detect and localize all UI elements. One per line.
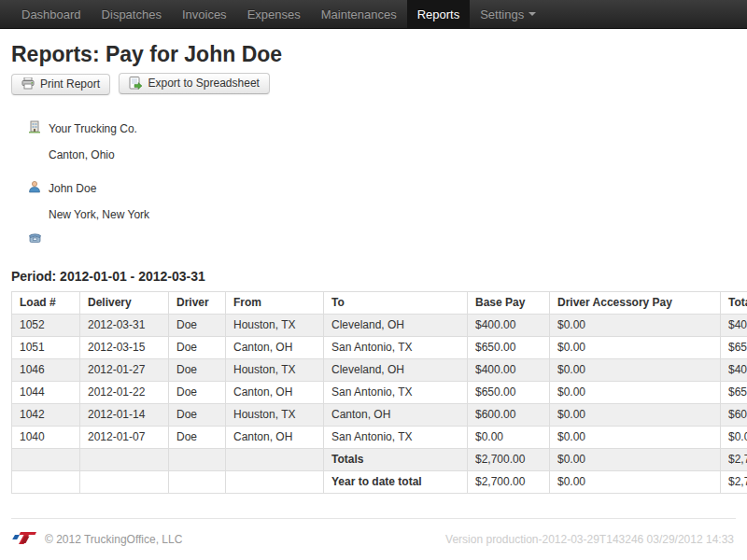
printer-icon xyxy=(21,77,35,90)
table-row: 10442012-01-22DoeCanton, OHSan Antonio, … xyxy=(12,381,747,403)
copyright-text: © 2012 TruckingOffice, LLC xyxy=(45,533,182,546)
main-content: Reports: Pay for John Doe Print Report xyxy=(0,42,747,494)
table-cell: $2,700.00 xyxy=(721,448,747,470)
table-cell: Doe xyxy=(169,358,226,381)
table-cell: $600.00 xyxy=(721,403,747,426)
table-cell: 1044 xyxy=(12,381,80,403)
print-report-label: Print Report xyxy=(40,77,100,91)
table-cell: Doe xyxy=(169,381,226,403)
table-cell xyxy=(169,470,226,493)
table-cell: $400.00 xyxy=(468,314,550,336)
column-header: From xyxy=(226,291,324,314)
nav-item-dispatches[interactable]: Dispatches xyxy=(92,0,172,28)
table-cell: $400.00 xyxy=(468,358,550,381)
nav-item-settings[interactable]: Settings xyxy=(470,0,546,28)
toolbar: Print Report Export to Spreadsheet xyxy=(11,73,747,95)
nav-item-reports[interactable]: Reports xyxy=(407,0,471,28)
nav-item-maintenances[interactable]: Maintenances xyxy=(311,0,407,28)
phone-row xyxy=(11,231,747,248)
table-cell: $0.00 xyxy=(550,426,721,448)
table-cell: $2,700.00 xyxy=(721,470,747,493)
table-cell xyxy=(12,448,80,470)
table-row: 10402012-01-07DoeCanton, OHSan Antonio, … xyxy=(12,426,747,448)
table-cell: Totals xyxy=(324,448,468,470)
summary-row: Year to date total$2,700.00$0.00$2,700.0… xyxy=(12,470,747,493)
table-cell: $600.00 xyxy=(468,403,550,426)
export-spreadsheet-icon xyxy=(129,77,142,90)
table-cell: 2012-01-27 xyxy=(80,358,169,381)
table-cell xyxy=(80,448,169,470)
table-cell: San Antonio, TX xyxy=(324,381,468,403)
table-cell: $650.00 xyxy=(721,336,747,358)
driver-location: New York, New York xyxy=(49,205,149,221)
table-row: 10512012-03-15DoeCanton, OHSan Antonio, … xyxy=(12,336,747,358)
table-cell: San Antonio, TX xyxy=(324,336,468,358)
table-cell: Cleveland, OH xyxy=(324,314,468,336)
table-cell xyxy=(226,470,324,493)
table-row: 10522012-03-31DoeHouston, TXCleveland, O… xyxy=(12,314,747,336)
table-cell: Cleveland, OH xyxy=(324,358,468,381)
company-row: Your Trucking Co. xyxy=(11,119,747,146)
table-cell: $400.00 xyxy=(721,314,747,336)
table-cell: $650.00 xyxy=(468,381,550,403)
chevron-down-icon xyxy=(529,12,536,16)
driver-name: John Doe xyxy=(49,179,96,195)
table-cell: 1042 xyxy=(12,403,80,426)
column-header: Base Pay xyxy=(468,291,550,314)
table-cell: 1046 xyxy=(12,358,80,381)
table-row: 10422012-01-14DoeHouston, TXCanton, OH$6… xyxy=(12,403,747,426)
table-cell: 2012-01-07 xyxy=(80,426,169,448)
building-icon xyxy=(28,119,49,136)
table-cell: $2,700.00 xyxy=(468,470,550,493)
footer: © 2012 TruckingOffice, LLC Version produ… xyxy=(11,518,736,560)
column-header: Driver xyxy=(169,291,226,314)
table-cell: Doe xyxy=(169,314,226,336)
table-cell xyxy=(226,448,324,470)
table-cell: $650.00 xyxy=(468,336,550,358)
table-cell: 2012-01-14 xyxy=(80,403,169,426)
table-cell: Houston, TX xyxy=(226,314,324,336)
user-icon xyxy=(28,179,49,196)
table-cell: 2012-03-15 xyxy=(80,336,169,358)
table-cell xyxy=(12,470,80,493)
company-location: Canton, Ohio xyxy=(49,146,115,161)
table-cell: $0.00 xyxy=(550,336,721,358)
print-report-button[interactable]: Print Report xyxy=(11,74,110,95)
version-text: Version production-2012-03-29T143246 03/… xyxy=(445,533,736,546)
table-cell: Doe xyxy=(169,426,226,448)
table-cell: Doe xyxy=(169,336,226,358)
table-cell: Houston, TX xyxy=(226,358,324,381)
export-spreadsheet-button[interactable]: Export to Spreadsheet xyxy=(119,73,269,94)
table-cell: Canton, OH xyxy=(226,426,324,448)
table-cell: $0.00 xyxy=(550,314,721,336)
table-cell: 2012-03-31 xyxy=(80,314,169,336)
column-header: To xyxy=(324,291,468,314)
phone-icon xyxy=(28,231,49,246)
table-cell: $400.00 xyxy=(721,358,747,381)
table-cell: $0.00 xyxy=(550,358,721,381)
table-cell: $0.00 xyxy=(721,426,747,448)
period-heading: Period: 2012-01-01 - 2012-03-31 xyxy=(11,269,747,284)
table-cell: $0.00 xyxy=(550,381,721,403)
column-header: Driver Accessory Pay xyxy=(550,291,721,314)
table-cell: 1040 xyxy=(12,426,80,448)
table-cell: $0.00 xyxy=(550,470,721,493)
column-header: Total Pay xyxy=(721,291,747,314)
nav-item-dashboard[interactable]: Dashboard xyxy=(11,0,92,28)
driver-location-row: New York, New York xyxy=(11,205,747,231)
table-cell: Canton, OH xyxy=(324,403,468,426)
driver-row: John Doe xyxy=(11,179,747,205)
table-cell: Year to date total xyxy=(324,470,468,493)
nav-item-invoices[interactable]: Invoices xyxy=(172,0,237,28)
truckingoffice-logo xyxy=(11,530,37,549)
table-cell: Canton, OH xyxy=(226,336,324,358)
table-cell xyxy=(169,448,226,470)
column-header: Load # xyxy=(12,291,80,314)
navbar: DashboardDispatchesInvoicesExpensesMaint… xyxy=(0,0,747,29)
column-header: Delivery xyxy=(80,291,169,314)
nav-item-expenses[interactable]: Expenses xyxy=(237,0,311,28)
table-cell: $2,700.00 xyxy=(468,448,550,470)
table-cell: $0.00 xyxy=(550,448,721,470)
report-info: Your Trucking Co. Canton, Ohio John Doe … xyxy=(11,119,747,248)
export-spreadsheet-label: Export to Spreadsheet xyxy=(148,77,259,90)
